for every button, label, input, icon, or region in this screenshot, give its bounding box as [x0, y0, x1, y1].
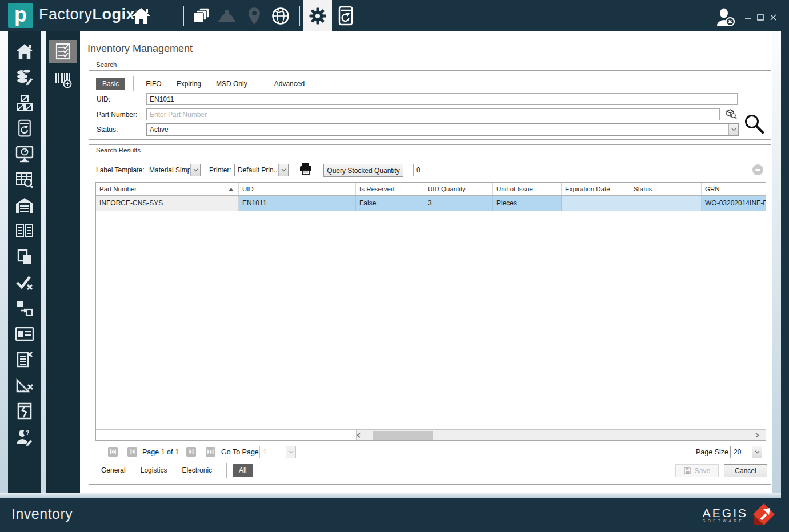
- column-header-unit-of-issue[interactable]: Unit of Issue: [493, 183, 562, 195]
- tab-fifo[interactable]: FIFO: [139, 78, 167, 90]
- sidebar-item-home[interactable]: [8, 38, 41, 64]
- column-header-expiration-date[interactable]: Expiration Date: [562, 183, 630, 195]
- minimize-button[interactable]: [743, 13, 753, 22]
- gear-icon: [309, 7, 327, 25]
- save-floppy-icon: [684, 467, 691, 474]
- sidebar-item-documentation[interactable]: [8, 218, 41, 244]
- part-lookup-button[interactable]: [725, 108, 737, 120]
- device-restore-button[interactable]: [335, 5, 357, 27]
- close-button[interactable]: [768, 13, 778, 22]
- tab-basic[interactable]: Basic: [96, 78, 125, 90]
- table-row-selected[interactable]: INFORCE-CNS-SYS EN1011 False 3 Pieces WO…: [96, 196, 766, 211]
- globe-button[interactable]: [270, 5, 291, 27]
- remove-row-button[interactable]: [752, 164, 763, 175]
- brand-text: FactoryLogix™: [39, 6, 140, 23]
- copy-pages-button[interactable]: [190, 5, 212, 27]
- stocked-quantity-input[interactable]: [413, 164, 470, 176]
- tab-msd-only[interactable]: MSD Only: [210, 78, 254, 90]
- first-page-button[interactable]: [108, 447, 118, 457]
- sidebar-item-inventory-checklist-selected[interactable]: [46, 37, 80, 66]
- tab-electronic[interactable]: Electronic: [175, 464, 218, 477]
- uid-input[interactable]: [146, 93, 738, 105]
- sidebar-item-stock-search[interactable]: [8, 167, 41, 192]
- label-template-value: Material Simp: [146, 166, 190, 174]
- sidebar-item-verify[interactable]: [8, 269, 41, 295]
- tab-all[interactable]: All: [233, 464, 253, 477]
- sidebar-item-copy-documents[interactable]: [8, 244, 41, 269]
- selected-tile: [49, 40, 77, 63]
- scrollbar-thumb[interactable]: [373, 431, 433, 440]
- part-number-input[interactable]: [146, 108, 720, 120]
- sidebar-item-damaged-material[interactable]: [8, 398, 41, 424]
- printer-dropdown-button[interactable]: [278, 164, 288, 176]
- printer-select[interactable]: Default Prin...: [234, 164, 289, 176]
- scroll-right-arrow[interactable]: [755, 433, 766, 438]
- sidebar-item-dashboard[interactable]: [8, 141, 41, 167]
- save-button[interactable]: Save: [675, 464, 719, 477]
- hard-hat-icon: [217, 7, 237, 25]
- location-pin-button[interactable]: [243, 5, 265, 27]
- sidebar-item-restore[interactable]: [8, 115, 41, 141]
- column-header-is-reserved[interactable]: Is Reserved: [356, 183, 424, 195]
- material-database-edit-icon: [15, 68, 34, 86]
- printer-value: Default Prin...: [235, 166, 278, 174]
- sidebar-item-kitting[interactable]: [8, 90, 41, 115]
- chevron-left-icon: [357, 433, 361, 438]
- query-stocked-quantity-button[interactable]: Query Stocked Quantity: [323, 164, 403, 177]
- last-page-button[interactable]: [206, 447, 215, 457]
- previous-page-button[interactable]: [127, 447, 137, 457]
- status-select[interactable]: Active: [146, 123, 739, 136]
- results-grid: Part Number UID Is Reserved UID Quantity…: [95, 182, 766, 441]
- chevron-right-icon: [755, 433, 759, 438]
- sidebar-item-warehouse[interactable]: [8, 192, 41, 218]
- sidebar-item-transfer[interactable]: [8, 295, 41, 321]
- chevron-down-icon: [731, 128, 736, 131]
- pagination-bar: Page 1 of 1 Go To Page 1 Page Size 20: [89, 446, 771, 460]
- maximize-icon: [757, 14, 764, 21]
- stock-table-search-icon: [15, 171, 34, 189]
- page-size-select[interactable]: 20: [730, 446, 762, 458]
- tab-advanced[interactable]: Advanced: [268, 78, 311, 90]
- column-header-uid[interactable]: UID: [239, 183, 356, 195]
- home-button[interactable]: [130, 5, 152, 27]
- sidebar-item-list-remove[interactable]: [8, 346, 41, 372]
- next-page-button[interactable]: [186, 447, 196, 457]
- goto-page-dropdown-button[interactable]: [286, 446, 295, 458]
- label-template-select[interactable]: Material Simp: [146, 164, 201, 176]
- cancel-button[interactable]: Cancel: [724, 464, 767, 477]
- tab-general[interactable]: General: [95, 464, 132, 477]
- cell-unit-of-issue: Pieces: [493, 196, 562, 211]
- logout-user-button[interactable]: [715, 7, 737, 29]
- tab-logistics[interactable]: Logistics: [134, 464, 174, 477]
- search-magnifier-icon: [743, 113, 765, 135]
- page-size-value: 20: [731, 448, 752, 456]
- tab-expiring[interactable]: Expiring: [170, 78, 207, 90]
- window-edge-bottom: [0, 493, 781, 498]
- maximize-button[interactable]: [755, 13, 766, 22]
- label-template-dropdown-button[interactable]: [190, 164, 200, 176]
- settings-tab-selected[interactable]: [303, 0, 332, 31]
- sidebar-item-material-database[interactable]: [8, 64, 41, 90]
- hard-hat-button[interactable]: [216, 5, 238, 27]
- column-header-uid-quantity[interactable]: UID Quantity: [424, 183, 493, 195]
- goto-page-label: Go To Page: [221, 448, 259, 456]
- status-dropdown-button[interactable]: [728, 124, 738, 135]
- print-button[interactable]: [299, 162, 313, 176]
- cell-status: [630, 196, 702, 211]
- sidebar-item-operator-question[interactable]: ?: [8, 424, 41, 449]
- warehouse-icon: [15, 197, 34, 214]
- sidebar-item-measure-remove[interactable]: [8, 372, 41, 398]
- aegis-logo: AEGIS SOFTWARE: [703, 502, 775, 527]
- sidebar-item-barcode-add[interactable]: [46, 66, 80, 94]
- column-header-grn[interactable]: GRN: [702, 183, 766, 195]
- search-button[interactable]: [743, 113, 765, 135]
- sort-ascending-icon: [229, 188, 234, 191]
- page-size-dropdown-button[interactable]: [752, 446, 762, 458]
- goto-page-value: 1: [260, 448, 286, 456]
- column-header-part-number[interactable]: Part Number: [96, 183, 239, 195]
- goto-page-select[interactable]: 1: [259, 446, 296, 458]
- column-header-status[interactable]: Status: [630, 183, 702, 195]
- horizontal-scrollbar[interactable]: [357, 429, 766, 440]
- sidebar-item-id-card[interactable]: [8, 321, 41, 346]
- scroll-left-arrow[interactable]: [357, 433, 367, 438]
